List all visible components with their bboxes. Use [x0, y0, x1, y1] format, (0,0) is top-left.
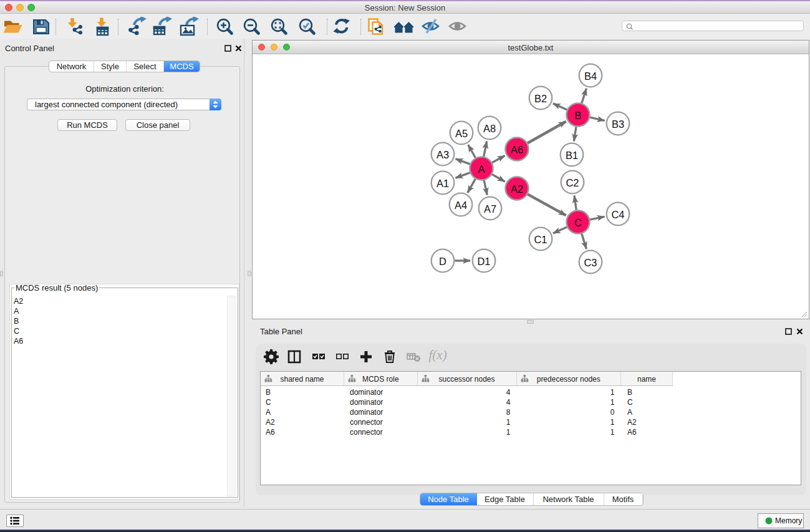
svg-text:D: D [439, 256, 446, 267]
svg-text:A7: A7 [484, 203, 496, 215]
svg-text:A: A [478, 163, 485, 175]
svg-text:B1: B1 [566, 150, 578, 161]
svg-text:B: B [574, 110, 581, 121]
svg-text:A8: A8 [483, 123, 496, 134]
svg-text:B4: B4 [584, 70, 597, 82]
svg-text:A3: A3 [436, 149, 449, 160]
svg-text:A4: A4 [455, 200, 467, 211]
svg-text:C: C [574, 217, 582, 228]
svg-text:C2: C2 [566, 177, 579, 188]
svg-text:C4: C4 [611, 209, 624, 220]
svg-text:C3: C3 [584, 257, 597, 268]
svg-text:B3: B3 [612, 118, 624, 130]
svg-text:C1: C1 [534, 234, 547, 245]
svg-text:A5: A5 [455, 128, 468, 139]
svg-text:B2: B2 [534, 93, 547, 104]
svg-text:A2: A2 [511, 183, 523, 195]
svg-text:A6: A6 [511, 144, 523, 155]
svg-text:D1: D1 [477, 256, 490, 267]
svg-text:A1: A1 [436, 178, 449, 189]
